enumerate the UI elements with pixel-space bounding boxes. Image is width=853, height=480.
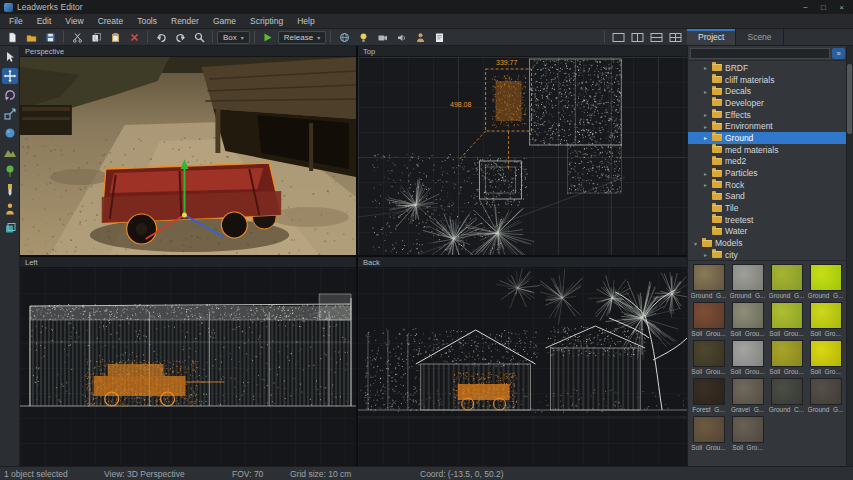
panel-scrollbar[interactable] — [846, 46, 853, 466]
tree-item-ground[interactable]: ▸Ground — [688, 132, 846, 144]
tree-item-brdf[interactable]: ▸BRDF — [688, 62, 846, 74]
thumbnail-image[interactable] — [771, 378, 803, 405]
thumbnail-image[interactable] — [810, 378, 842, 405]
menu-create[interactable]: Create — [91, 14, 131, 28]
menu-render[interactable]: Render — [164, 14, 206, 28]
viewport-perspective-header[interactable]: Perspective — [20, 46, 356, 57]
character-tool-button[interactable] — [2, 201, 18, 217]
asset-thumbnail[interactable]: Forest_G... — [690, 378, 727, 413]
viewport-top-header[interactable]: Top — [358, 46, 687, 57]
expand-arrow-icon[interactable]: ▸ — [702, 64, 709, 71]
tree-item-decals[interactable]: ▸Decals — [688, 85, 846, 97]
asset-thumbnail[interactable]: Gravel_G... — [729, 378, 766, 413]
menu-game[interactable]: Game — [206, 14, 243, 28]
asset-thumbnail[interactable]: Soil_Gro... — [729, 416, 766, 451]
select-tool-button[interactable] — [2, 49, 18, 65]
asset-thumbnail[interactable]: Soil_Grou... — [768, 302, 805, 337]
tree-item-particles[interactable]: ▸Particles — [688, 167, 846, 179]
camera-button[interactable] — [373, 30, 391, 44]
thumbnail-image[interactable] — [693, 302, 725, 329]
delete-button[interactable] — [125, 30, 143, 44]
asset-thumbnail[interactable]: Ground_C... — [768, 378, 805, 413]
cut-button[interactable] — [68, 30, 86, 44]
asset-thumbnail[interactable]: Ground_G... — [807, 378, 844, 413]
asset-thumbnail[interactable]: Soil_Grou... — [729, 302, 766, 337]
asset-search-input[interactable] — [690, 48, 830, 59]
thumbnail-image[interactable] — [732, 378, 764, 405]
tree-item-tile[interactable]: Tile — [688, 202, 846, 214]
paste-button[interactable] — [106, 30, 124, 44]
script-button[interactable] — [430, 30, 448, 44]
expand-arrow-icon[interactable]: ▾ — [692, 240, 699, 247]
thumbnail-image[interactable] — [771, 340, 803, 367]
asset-thumbnail[interactable]: Soil_Gro... — [807, 302, 844, 337]
thumbnail-image[interactable] — [771, 264, 803, 291]
asset-thumbnail[interactable]: Soil_Gro... — [807, 340, 844, 375]
tree-item-models[interactable]: ▾Models — [688, 237, 846, 249]
tree-item-cliff-materials[interactable]: cliff materials — [688, 74, 846, 86]
viewport-left-header[interactable]: Left — [20, 257, 356, 268]
character-button[interactable] — [411, 30, 429, 44]
layout-single-button[interactable] — [609, 30, 627, 44]
maximize-button[interactable]: □ — [816, 2, 831, 13]
tree-item-environment[interactable]: ▸Environment — [688, 120, 846, 132]
panel-options-button[interactable]: ≡ — [832, 48, 845, 59]
tree-item-water[interactable]: Water — [688, 226, 846, 238]
play-button[interactable] — [259, 30, 277, 44]
new-file-button[interactable] — [3, 30, 21, 44]
tree-item-treetest[interactable]: treetest — [688, 214, 846, 226]
tree-item-city[interactable]: ▸city — [688, 249, 846, 261]
close-button[interactable]: × — [834, 2, 849, 13]
asset-thumbnail[interactable]: Soil_Grou... — [690, 302, 727, 337]
thumbnail-image[interactable] — [810, 340, 842, 367]
tree-item-med-materials[interactable]: med materials — [688, 144, 846, 156]
thumbnail-image[interactable] — [732, 340, 764, 367]
asset-thumbnail[interactable]: Soil_Grou... — [690, 416, 727, 451]
viewport-left-canvas[interactable] — [20, 268, 356, 466]
thumbnail-image[interactable] — [732, 416, 764, 443]
build-config-dropdown[interactable]: Release ▾ — [278, 31, 326, 44]
undo-button[interactable] — [152, 30, 170, 44]
terrain-tool-button[interactable] — [2, 144, 18, 160]
thumbnail-image[interactable] — [693, 340, 725, 367]
sound-button[interactable] — [392, 30, 410, 44]
expand-arrow-icon[interactable]: ▸ — [702, 88, 709, 95]
thumbnail-image[interactable] — [771, 302, 803, 329]
menu-help[interactable]: Help — [290, 14, 321, 28]
thumbnail-image[interactable] — [732, 302, 764, 329]
viewport-back-canvas[interactable] — [358, 268, 687, 466]
world-button[interactable] — [335, 30, 353, 44]
expand-arrow-icon[interactable]: ▸ — [702, 170, 709, 177]
asset-thumbnail[interactable]: Ground_G... — [768, 264, 805, 299]
copy-button[interactable] — [87, 30, 105, 44]
open-file-button[interactable] — [22, 30, 40, 44]
layout-quad-button[interactable] — [666, 30, 684, 44]
minimize-button[interactable]: − — [798, 2, 813, 13]
panel-scrollbar-thumb[interactable] — [847, 64, 852, 134]
expand-arrow-icon[interactable]: ▸ — [702, 181, 709, 188]
viewport-back-header[interactable]: Back — [358, 257, 687, 268]
menu-scripting[interactable]: Scripting — [243, 14, 290, 28]
asset-thumbnail[interactable]: Ground_G... — [807, 264, 844, 299]
layout-vsplit-button[interactable] — [628, 30, 646, 44]
thumbnail-image[interactable] — [693, 378, 725, 405]
viewport-top-canvas[interactable]: 339.77 498.08 — [358, 57, 687, 255]
tree-item-sand[interactable]: Sand — [688, 191, 846, 203]
scale-tool-button[interactable] — [2, 106, 18, 122]
asset-thumbnail[interactable]: Ground_G... — [690, 264, 727, 299]
layout-hsplit-button[interactable] — [647, 30, 665, 44]
thumbnail-image[interactable] — [732, 264, 764, 291]
primitive-dropdown[interactable]: Box ▾ — [217, 31, 250, 44]
light-button[interactable] — [354, 30, 372, 44]
csg-tool-button[interactable] — [2, 220, 18, 236]
tree-item-med2[interactable]: med2 — [688, 156, 846, 168]
menu-tools[interactable]: Tools — [130, 14, 164, 28]
menu-edit[interactable]: Edit — [30, 14, 59, 28]
asset-thumbnail[interactable]: Soil_Grou... — [690, 340, 727, 375]
entity-tool-button[interactable] — [2, 125, 18, 141]
thumbnail-image[interactable] — [693, 264, 725, 291]
move-tool-button[interactable] — [2, 68, 18, 84]
expand-arrow-icon[interactable]: ▸ — [702, 134, 709, 141]
tab-scene[interactable]: Scene — [736, 29, 783, 45]
thumbnail-image[interactable] — [810, 302, 842, 329]
